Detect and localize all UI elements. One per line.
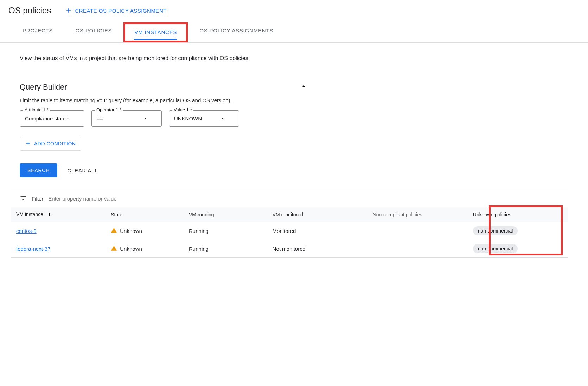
vm-table: VM instance State VM running VM monitore… — [11, 207, 568, 258]
filter-icon — [20, 195, 27, 203]
unknown-policy-chip[interactable]: non-commercial — [473, 226, 518, 235]
warning-icon — [111, 227, 117, 235]
monitored-cell: Not monitored — [268, 240, 368, 258]
vm-instance-link[interactable]: fedora-next-37 — [16, 246, 51, 252]
value-select[interactable]: UNKNOWN — [169, 110, 239, 127]
caret-down-icon — [66, 116, 70, 122]
state-text: Unknown — [120, 228, 142, 234]
col-unknown-policies[interactable]: Unknown policies — [468, 207, 568, 222]
page-description: View the status of VMs in a project that… — [20, 54, 336, 63]
warning-icon — [111, 245, 117, 253]
table-row: centos-9 Unknown Running Monitored non-c… — [11, 222, 568, 240]
query-builder-collapse-button[interactable] — [300, 82, 308, 92]
plus-icon — [65, 7, 72, 14]
running-cell: Running — [184, 240, 268, 258]
create-button-label: CREATE OS POLICY ASSIGNMENT — [75, 8, 167, 14]
vm-instance-link[interactable]: centos-9 — [16, 228, 37, 234]
tab-os-policies[interactable]: OS POLICIES — [72, 22, 115, 42]
attribute-value: Compliance state — [25, 116, 66, 122]
col-vm-monitored[interactable]: VM monitored — [268, 207, 368, 222]
col-vm-running[interactable]: VM running — [184, 207, 268, 222]
search-button[interactable]: SEARCH — [20, 163, 57, 177]
noncompliant-cell — [368, 240, 468, 258]
query-builder-title: Query Builder — [20, 83, 67, 92]
sort-ascending-icon — [47, 211, 52, 217]
page-title: OS policies — [8, 6, 51, 15]
tab-projects[interactable]: PROJECTS — [20, 22, 56, 42]
attribute-select[interactable]: Compliance state — [20, 110, 84, 127]
create-os-policy-assignment-button[interactable]: CREATE OS POLICY ASSIGNMENT — [65, 7, 167, 14]
filter-input[interactable] — [48, 196, 568, 202]
running-cell: Running — [184, 222, 268, 240]
col-vm-instance[interactable]: VM instance — [11, 207, 106, 222]
col-vm-label: VM instance — [16, 211, 43, 217]
attribute-field-label: Attribute 1 * — [23, 107, 50, 112]
add-condition-button[interactable]: ADD CONDITION — [20, 137, 81, 151]
operator-select[interactable]: == — [91, 110, 162, 127]
chevron-up-icon — [300, 82, 308, 91]
operator-field-label: Operator 1 * — [95, 107, 123, 112]
add-condition-label: ADD CONDITION — [34, 141, 76, 146]
tab-vm-instances[interactable]: VM INSTANCES — [132, 24, 180, 40]
noncompliant-cell — [368, 222, 468, 240]
caret-down-icon — [143, 116, 147, 122]
tabs: PROJECTS OS POLICIES VM INSTANCES OS POL… — [0, 22, 588, 43]
unknown-policy-chip[interactable]: non-commercial — [473, 244, 518, 253]
col-noncompliant[interactable]: Non-compliant policies — [368, 207, 468, 222]
clear-all-button[interactable]: CLEAR ALL — [67, 168, 98, 174]
col-state[interactable]: State — [106, 207, 184, 222]
value-field-label: Value 1 * — [172, 107, 193, 112]
filter-label: Filter — [32, 196, 43, 202]
tab-highlight-box: VM INSTANCES — [123, 22, 188, 42]
operator-value: == — [97, 116, 103, 122]
table-row: fedora-next-37 Unknown Running Not monit… — [11, 240, 568, 258]
query-builder-description: Limit the table to items matching your q… — [20, 97, 568, 103]
monitored-cell: Monitored — [268, 222, 368, 240]
tab-os-policy-assignments[interactable]: OS POLICY ASSIGNMENTS — [197, 22, 276, 42]
value-value: UNKNOWN — [174, 116, 202, 122]
state-text: Unknown — [120, 246, 142, 252]
plus-icon — [25, 140, 31, 147]
caret-down-icon — [220, 116, 225, 122]
